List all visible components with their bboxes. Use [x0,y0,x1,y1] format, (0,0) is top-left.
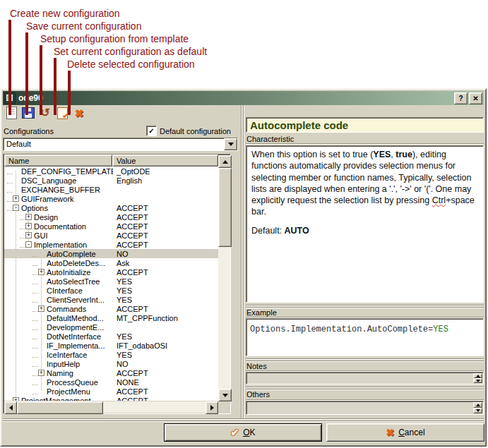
footer-divider [3,418,484,422]
check-icon: ✔ [230,427,239,438]
others-label: Others [246,390,270,399]
detail-panel: Autocomplete code Characteristic When th… [246,105,484,418]
scrollbar-corner [218,401,230,413]
tree-row[interactable]: +GUIFramework [4,194,218,203]
tree-row[interactable]: +DesignACCEPT [4,212,218,222]
collapse-icon[interactable]: - [13,205,19,211]
column-header-name[interactable]: Name [4,155,112,167]
x-icon: ✖ [386,427,394,438]
tree-row[interactable]: +NamingACCEPT [4,368,218,377]
tree-row[interactable]: +ProjectManagementACCEPT [4,396,218,401]
arrow-up-icon [476,401,480,406]
set-default-configuration-button[interactable]: ✔ [55,106,69,120]
callout-save: Save current configuration [26,20,141,32]
expand-icon[interactable]: + [13,195,19,202]
vertical-scrollbar-thumb[interactable] [218,168,232,247]
tree-row[interactable]: ClientServerInt...YES [4,295,218,304]
tree-row[interactable]: ProjectMenuACCEPT [4,387,218,396]
example-label: Example [246,308,277,317]
tree-row[interactable]: -OptionsACCEPT [4,203,218,212]
tree-row[interactable]: DefaultMethod...MT_CPPFunction [4,313,218,322]
delete-configuration-button[interactable]: ✖ [72,106,86,120]
collapse-icon[interactable]: - [25,241,32,248]
expand-icon[interactable]: + [25,214,32,220]
tree-row[interactable]: +GUIACCEPT [4,231,218,240]
tree-row[interactable]: IF_Implementa...IFT_odabaOSI [4,341,218,350]
example-code-value: YES [433,325,448,334]
others-field[interactable] [246,401,484,415]
default-configuration-checkbox[interactable]: ✓ Default configuration [146,126,231,136]
section-splitter [246,358,484,362]
help-button[interactable]: ? [454,92,468,104]
scroll-down-button[interactable] [218,389,232,401]
callout-line [40,45,42,115]
checkbox-label: Default configuration [160,127,231,135]
tree-row[interactable]: IceInterfaceYES [4,350,218,359]
save-configuration-button[interactable] [21,106,35,120]
help-icon: ? [458,95,463,102]
tree-row[interactable]: +CommandsACCEPT [4,304,218,313]
scroll-left-button[interactable] [4,401,17,414]
callout-delete: Delete selected configuration [67,59,195,70]
notes-spin-buttons[interactable] [473,373,482,383]
panel-divider [241,105,244,418]
tree-row[interactable]: ProcessQueueNONE [4,377,218,387]
new-configuration-button[interactable] [4,106,18,120]
column-header-value[interactable]: Value [112,155,218,167]
scroll-up-button[interactable] [218,155,232,168]
new-document-icon [6,107,17,119]
tree-row[interactable]: DSC_LanguageEnglish [4,176,218,185]
tree-row[interactable]: CInterfaceYES [4,286,218,295]
tree-row[interactable]: AutoSelectTreeYES [4,277,218,286]
tree-row[interactable]: DevelopmentE... [4,322,218,332]
tree-row[interactable]: AutoCompleteNO [4,249,218,258]
tree-row[interactable]: -ImplementationACCEPT [4,240,218,249]
callout-line [8,20,11,115]
scroll-right-button[interactable] [206,401,218,414]
example-code[interactable]: Options.Implementation.AutoComplete=YES [246,318,484,356]
expand-icon[interactable]: + [38,269,44,275]
expand-icon[interactable]: + [13,397,19,401]
characteristic-paragraph-2: Default: AUTO [251,225,478,236]
callout-set-default: Set current configuration as default [54,46,207,57]
arrow-down-icon [222,394,228,400]
tree-row[interactable]: EXCHANGE_BUFFER [4,185,218,194]
characteristic-paragraph-1: When this option is set to true (YES, tr… [251,149,478,218]
horizontal-scrollbar[interactable] [4,401,218,413]
combo-dropdown-button[interactable] [224,138,237,150]
titlebar[interactable]: ode90 ? ✕ [3,91,484,105]
arrow-down-icon [476,380,480,385]
expand-icon[interactable]: + [38,305,44,312]
horizontal-scrollbar-thumb[interactable] [17,401,103,414]
close-icon: ✕ [472,95,478,102]
tree-row[interactable]: DEF_CONFIG_TEMPLATE_OptODE [4,167,218,176]
configuration-select[interactable]: Default [3,138,238,151]
vertical-scrollbar[interactable] [218,155,230,401]
edit-check-icon: ✔ [57,107,68,119]
tree-row[interactable]: +DocumentationACCEPT [4,222,218,231]
option-title: Autocomplete code [246,117,484,133]
expand-icon[interactable]: + [25,223,32,229]
delete-x-icon: ✖ [75,108,84,119]
label-groove [246,143,484,145]
expand-icon[interactable]: + [38,370,44,376]
tree-row[interactable]: AutoDeleteDes...Ask [4,258,218,267]
toolbar: ↺ ✔ ✖ [4,106,86,120]
section-splitter [246,387,484,390]
characteristic-label: Characteristic [246,135,294,143]
others-spin-buttons[interactable] [473,402,482,413]
tree-row[interactable]: DotNetInterfaceYES [4,332,218,341]
tree-row[interactable]: InputHelpNO [4,359,218,368]
arrow-left-icon [6,405,13,411]
tree-row[interactable]: +AutoInitializeACCEPT [4,267,218,277]
ok-button-label: OK [243,428,255,437]
close-button[interactable]: ✕ [469,92,482,104]
configuration-tree: Name Value DEF_CONFIG_TEMPLATE_OptODEDSC… [3,154,231,414]
cancel-button[interactable]: ✖ Cancel [326,423,484,442]
callout-line [68,71,71,115]
ok-button[interactable]: ✔ OK [164,423,322,442]
checkbox-icon[interactable]: ✓ [146,126,157,136]
notes-field[interactable] [246,372,484,385]
characteristic-text[interactable]: When this option is set to true (YES, tr… [246,145,484,303]
expand-icon[interactable]: + [25,232,32,238]
